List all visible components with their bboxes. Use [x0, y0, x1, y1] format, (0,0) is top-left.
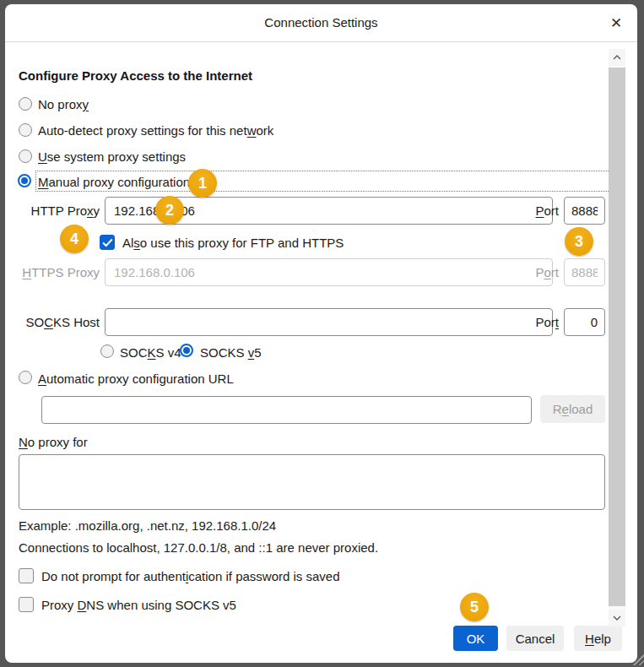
radio-system-proxy[interactable] — [19, 149, 32, 163]
socks-port-label: Port — [511, 315, 559, 329]
annotation-badge-1: 1 — [188, 169, 217, 198]
radio-auto-detect-label[interactable]: Auto-detect proxy settings for this netw… — [38, 123, 273, 138]
radio-system-proxy-label[interactable]: Use system proxy settings — [38, 149, 186, 164]
http-port-label: Port — [511, 203, 559, 218]
no-auth-prompt-checkbox[interactable] — [19, 568, 34, 583]
chevron-down-icon — [613, 615, 621, 621]
radio-socks-v5[interactable] — [180, 344, 193, 357]
auto-url-input — [41, 396, 532, 424]
radio-socks-v5-label[interactable]: SOCKS v5 — [200, 345, 262, 360]
http-port-input[interactable] — [564, 197, 605, 225]
chevron-up-icon — [613, 55, 621, 60]
proxy-dns-label[interactable]: Proxy DNS when using SOCKS v5 — [41, 598, 236, 612]
share-proxy-label[interactable]: Also use this proxy for FTP and HTTPS — [122, 236, 344, 250]
annotation-badge-2: 2 — [155, 196, 184, 225]
cancel-button[interactable]: Cancel — [506, 626, 564, 651]
close-button[interactable]: ✕ — [603, 11, 629, 36]
https-proxy-input — [105, 258, 553, 286]
radio-auto-url[interactable] — [19, 371, 32, 384]
socks-host-label: SOCKS Host — [22, 315, 100, 329]
radio-auto-url-label[interactable]: Automatic proxy configuration URL — [38, 371, 234, 386]
no-proxy-for-label: No proxy for — [19, 435, 88, 449]
radio-manual-proxy-label[interactable]: Manual proxy configuration — [38, 175, 190, 189]
page-title: Configure Proxy Access to the Internet — [19, 68, 252, 83]
socks-host-input[interactable] — [105, 308, 553, 336]
share-proxy-checkbox[interactable] — [100, 235, 115, 250]
scrollbar[interactable] — [609, 49, 625, 626]
proxy-dns-checkbox[interactable] — [19, 597, 34, 612]
screen: Connection Settings ✕ Configure Proxy Ac… — [0, 0, 644, 667]
reload-button: Reload — [540, 395, 605, 423]
connection-settings-dialog: Connection Settings ✕ Configure Proxy Ac… — [5, 4, 637, 663]
annotation-badge-5: 5 — [460, 593, 489, 621]
radio-socks-v4-label[interactable]: SOCKS v4 — [120, 345, 181, 360]
scroll-down-button[interactable] — [609, 610, 625, 626]
http-proxy-label: HTTP Proxy — [22, 203, 100, 218]
radio-manual-proxy[interactable] — [18, 174, 31, 187]
help-button[interactable]: Help — [574, 626, 622, 651]
no-proxy-for-textarea[interactable] — [19, 454, 605, 510]
https-port-input — [564, 258, 605, 286]
socks-port-input[interactable] — [564, 308, 605, 336]
annotation-badge-3: 3 — [565, 227, 593, 256]
annotation-badge-4: 4 — [60, 225, 89, 253]
titlebar: Connection Settings ✕ — [5, 4, 637, 42]
radio-no-proxy-label[interactable]: No proxy — [38, 97, 89, 111]
radio-no-proxy[interactable] — [19, 97, 32, 111]
no-auth-prompt-label[interactable]: Do not prompt for authentication if pass… — [41, 569, 340, 583]
localhost-note: Connections to localhost, 127.0.0.1/8, a… — [19, 540, 378, 555]
radio-auto-detect[interactable] — [19, 123, 32, 137]
dialog-title: Connection Settings — [5, 15, 637, 30]
https-proxy-label: HTTPS Proxy — [22, 265, 100, 279]
checkmark-icon — [102, 238, 113, 247]
radio-socks-v4[interactable] — [100, 344, 114, 358]
close-icon: ✕ — [610, 15, 622, 31]
https-port-label: Port — [511, 265, 559, 279]
resize-grip-icon[interactable] — [631, 653, 644, 665]
scrollbar-thumb[interactable] — [609, 68, 625, 606]
no-proxy-example: Example: .mozilla.org, .net.nz, 192.168.… — [19, 518, 276, 533]
scroll-up-button[interactable] — [609, 49, 625, 66]
ok-button[interactable]: OK — [453, 626, 498, 651]
